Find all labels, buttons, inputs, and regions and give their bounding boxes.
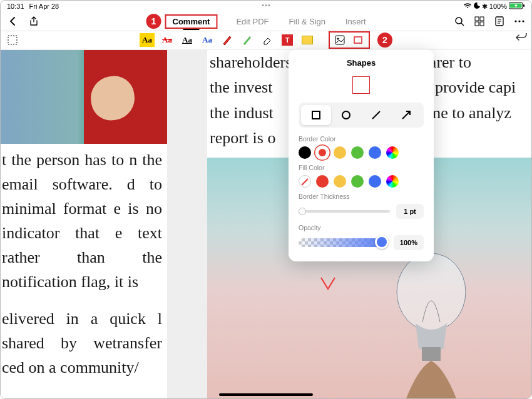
border-color-black[interactable] (299, 146, 311, 159)
svg-point-14 (518, 20, 520, 22)
svg-point-23 (342, 111, 350, 119)
shape-arrow[interactable] (391, 105, 421, 125)
svg-point-3 (456, 18, 462, 24)
left-column-text: t the person has to n the email software… (1, 144, 167, 380)
callout-2: 2 (377, 33, 392, 48)
annotation-toolbar: Aa Aa Aa Aa T 2 (1, 31, 531, 49)
tab-fill-sign[interactable]: Fill & Sign (287, 14, 327, 29)
status-time: 10:31 (7, 3, 24, 10)
battery-icon (509, 2, 525, 11)
underline-tool[interactable]: Aa (180, 33, 195, 47)
wifi-icon (463, 3, 472, 10)
border-color-green[interactable] (351, 146, 364, 159)
home-indicator[interactable] (219, 393, 313, 396)
opacity-value: 100% (394, 235, 424, 250)
battery-pct: 100% (489, 3, 507, 10)
search-button[interactable] (450, 13, 469, 30)
svg-rect-16 (8, 36, 17, 44)
svg-rect-19 (354, 37, 362, 43)
bluetooth-icon: ✱ (482, 3, 488, 11)
svg-point-13 (514, 20, 516, 22)
shape-circle[interactable] (331, 105, 361, 125)
highlight-tool[interactable]: Aa (140, 33, 155, 47)
border-color-red[interactable] (316, 146, 329, 159)
thickness-slider[interactable] (299, 210, 390, 213)
photo-person-red (1, 50, 167, 144)
border-thickness-label: Border Thickness (299, 193, 424, 200)
more-button[interactable] (510, 13, 529, 30)
shapes-panel: Shapes Border Color Fill Color Border Th… (289, 49, 434, 261)
svg-point-20 (397, 253, 466, 331)
bookmarks-button[interactable] (490, 13, 509, 30)
svg-rect-5 (475, 17, 479, 21)
svg-rect-7 (475, 22, 479, 26)
shape-type-selector (299, 103, 424, 128)
fill-color-label: Fill Color (299, 164, 424, 171)
undo-button[interactable] (515, 33, 528, 46)
callout-1: 1 (146, 14, 161, 29)
shape-annotation[interactable] (320, 276, 336, 290)
stamp-tool[interactable] (332, 33, 347, 47)
strikeout-tool[interactable]: Aa (160, 33, 175, 47)
back-button[interactable] (3, 13, 22, 30)
svg-line-25 (402, 112, 409, 119)
page-left: t the person has to n the email software… (1, 50, 167, 398)
fill-color-blue[interactable] (369, 175, 381, 188)
fill-color-swatches (299, 175, 424, 188)
fill-color-green[interactable] (351, 175, 364, 188)
border-color-custom[interactable] (386, 146, 399, 159)
fill-color-red[interactable] (316, 175, 329, 188)
shapes-panel-title: Shapes (299, 58, 424, 68)
thumbnails-button[interactable] (470, 13, 489, 30)
svg-rect-8 (480, 22, 484, 26)
opacity-label: Opacity (299, 224, 424, 231)
svg-rect-21 (422, 347, 441, 361)
svg-rect-2 (523, 4, 524, 7)
tab-comment[interactable]: Comment (165, 14, 217, 29)
eraser-tool[interactable] (260, 33, 275, 47)
document-area[interactable]: t the person has to n the email software… (1, 50, 531, 398)
marker-tool[interactable] (240, 33, 255, 47)
svg-rect-6 (480, 17, 484, 21)
pen-tool[interactable] (220, 33, 235, 47)
svg-rect-22 (312, 111, 320, 119)
svg-point-15 (522, 20, 524, 22)
shape-line[interactable] (361, 105, 391, 125)
svg-point-18 (337, 38, 339, 40)
shapes-tool[interactable] (351, 33, 366, 47)
textbox-tool[interactable]: T (280, 33, 295, 47)
status-date: Fri Apr 28 (29, 3, 59, 10)
thickness-value: 1 pt (396, 204, 424, 219)
sticky-note-tool[interactable] (300, 33, 315, 47)
status-bar: 10:31 Fri Apr 28 ✱ 100% (1, 1, 531, 12)
fill-color-yellow[interactable] (334, 175, 346, 188)
squiggly-tool[interactable]: Aa (200, 33, 215, 47)
fill-color-none[interactable] (299, 175, 311, 188)
border-color-blue[interactable] (369, 146, 381, 159)
border-color-label: Border Color (299, 135, 424, 143)
border-color-yellow[interactable] (334, 146, 346, 159)
tab-insert[interactable]: Insert (344, 14, 367, 29)
border-color-swatches (299, 146, 424, 159)
multitask-dots[interactable] (262, 4, 270, 6)
svg-line-24 (372, 111, 380, 119)
tab-edit-pdf[interactable]: Edit PDF (235, 14, 270, 29)
svg-line-4 (461, 23, 464, 26)
fill-color-custom[interactable] (386, 175, 399, 188)
top-nav: 1 Comment Edit PDF Fill & Sign Insert (1, 12, 531, 31)
dnd-icon (474, 3, 480, 10)
shape-rectangle[interactable] (301, 105, 331, 125)
shape-tools-group (329, 31, 370, 49)
share-button[interactable] (24, 13, 43, 30)
selection-tool[interactable] (3, 31, 22, 49)
opacity-slider[interactable] (299, 238, 387, 247)
shape-preview (352, 76, 370, 94)
